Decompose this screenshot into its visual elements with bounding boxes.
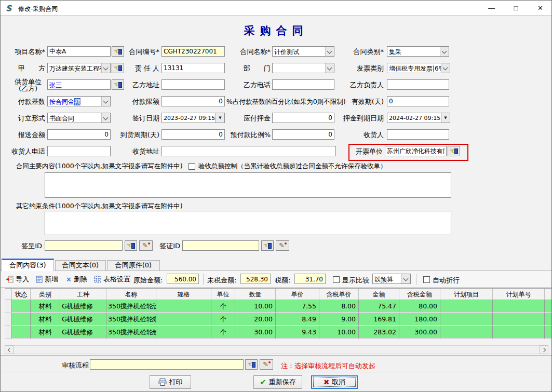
sign-date-picker[interactable]: 2023-02-27 09:15:0▼ (161, 113, 225, 123)
col-header-plan-project[interactable]: 计划项目 (440, 289, 493, 300)
col-header-qty[interactable]: 数量 (235, 289, 276, 300)
receive-address-input[interactable] (161, 146, 336, 156)
visa-id-clear-button[interactable]: ✎ (276, 240, 289, 251)
cell-amount[interactable]: 75.47 (359, 300, 399, 313)
contract-type-select[interactable]: 集采 (387, 46, 449, 57)
department-select[interactable] (272, 63, 334, 73)
party-b-address-input[interactable] (161, 79, 225, 90)
approval-clear-button[interactable]: ✎ (260, 359, 273, 370)
cell-work-type[interactable]: G机械维修 (60, 313, 106, 326)
contract-no-input[interactable] (161, 46, 225, 57)
close-icon[interactable]: ✕ (529, 1, 552, 16)
cell-category[interactable]: 材料 (31, 326, 60, 339)
sign-id-input[interactable] (45, 240, 123, 251)
delivery-days-input[interactable] (161, 129, 225, 140)
col-header-spec[interactable]: 规格 (156, 289, 211, 300)
col-header-unit[interactable]: 单位 (211, 289, 235, 300)
cell-spec[interactable] (156, 313, 211, 326)
cell-name[interactable]: 350搅拌机砼轮铁 (106, 326, 156, 339)
scroll-left-icon[interactable] (5, 345, 14, 354)
delete-row-button[interactable]: ✕ 删除 (65, 274, 88, 285)
cell-plan-project[interactable] (440, 300, 493, 313)
sign-id-lookup-button[interactable]: ☜ (125, 240, 137, 251)
maximize-icon[interactable]: □ (504, 1, 528, 16)
cell-plan-no[interactable] (493, 300, 545, 313)
cancel-button[interactable]: ✖ 取消 (311, 375, 358, 389)
party-a-select[interactable]: 万达建筑安装工程有 (47, 63, 111, 73)
cell-plan-no[interactable] (493, 326, 545, 339)
payment-limit-input[interactable] (161, 96, 225, 106)
cell-taxed-amount[interactable]: 300.00 (399, 326, 440, 339)
auto-wrap-checkbox[interactable] (423, 276, 430, 283)
prepay-percent-input[interactable] (272, 129, 334, 140)
sign-id-clear-button[interactable]: ✎ (139, 240, 153, 251)
cell-status[interactable] (12, 300, 31, 313)
col-header-taxed-amount[interactable]: 含税金额 (399, 289, 440, 300)
acceptance-total-checkbox[interactable] (189, 163, 195, 170)
cell-unit[interactable]: 个 (211, 313, 235, 326)
show-compare-checkbox[interactable] (333, 276, 340, 283)
party-a-lookup-button[interactable]: ☜ (112, 63, 124, 73)
scroll-right-icon[interactable] (540, 345, 548, 354)
table-horizontal-scrollbar[interactable] (5, 345, 548, 354)
cell-category[interactable]: 材料 (31, 300, 60, 313)
print-button[interactable]: 打印 (150, 375, 191, 389)
cell-status[interactable] (12, 326, 31, 339)
cell-work-type[interactable]: G机械维修 (60, 326, 106, 339)
tab-contract-content[interactable]: 合同内容(3) (2, 259, 54, 271)
row-indicator[interactable] (5, 300, 12, 313)
import-button[interactable]: 导入 (5, 274, 30, 285)
invoice-unit-input[interactable] (385, 146, 447, 156)
minimize-icon[interactable]: — (480, 1, 503, 16)
cell-amount[interactable]: 169.81 (359, 313, 399, 326)
cell-plan-project[interactable] (440, 313, 493, 326)
cell-plan-no[interactable] (493, 313, 545, 326)
row-indicator[interactable] (5, 313, 12, 326)
cell-qty[interactable]: 10.00 (235, 300, 276, 313)
project-lookup-button[interactable]: ☜ (112, 46, 124, 57)
invoice-unit-lookup-button[interactable]: ☜ (448, 146, 460, 156)
cell-taxed-price[interactable]: 8.00 (319, 300, 359, 313)
receiver-input[interactable] (387, 129, 449, 140)
visa-id-input[interactable] (182, 240, 259, 251)
grid-settings-button[interactable]: 表格设置 (93, 274, 131, 285)
col-header-plan-no[interactable]: 计划单号 (493, 289, 545, 300)
cell-taxed-amount[interactable]: 80.00 (399, 300, 440, 313)
cell-price[interactable]: 9.43 (276, 326, 319, 339)
cell-price[interactable]: 7.55 (276, 300, 319, 313)
cell-taxed-price[interactable]: 9.00 (319, 313, 359, 326)
party-b-leader-input[interactable] (387, 79, 449, 90)
cell-name[interactable]: 350搅拌机砼轮设 (106, 300, 156, 313)
other-terms-textarea[interactable] (45, 211, 451, 235)
deposit-due-picker[interactable]: 2024-02-27 09:15:▼ (387, 113, 450, 123)
cell-unit[interactable]: 个 (211, 300, 235, 313)
cell-category[interactable]: 材料 (31, 313, 60, 326)
add-row-button[interactable]: 新增 (35, 274, 59, 285)
supplier-link[interactable]: 张三 (49, 82, 62, 89)
cell-work-type[interactable]: G机械维修 (60, 300, 106, 313)
cell-amount[interactable]: 283.02 (359, 326, 399, 339)
col-header-status[interactable]: 状态 (12, 289, 31, 300)
col-header-name[interactable]: 名称 (106, 289, 156, 300)
col-header-price[interactable]: 单价 (276, 289, 319, 300)
calendar-dropdown-icon[interactable]: ▼ (441, 113, 450, 123)
cell-taxed-amount[interactable]: 180.00 (399, 313, 440, 326)
tab-contract-original[interactable]: 合同原件(0) (107, 260, 160, 271)
report-amount-input[interactable] (47, 129, 111, 140)
receiver-phone-input[interactable] (47, 146, 111, 156)
save-button[interactable]: ✔ 重新保存 (253, 375, 302, 389)
responsible-input[interactable] (161, 63, 225, 73)
form-type-select[interactable]: 书面合同 (47, 113, 111, 123)
cell-name[interactable]: 350搅拌机砼轮螺 (106, 313, 156, 326)
col-header-work-type[interactable]: 工种 (60, 289, 106, 300)
deposit-input[interactable] (272, 113, 334, 123)
cell-price[interactable]: 8.49 (276, 313, 319, 326)
main-content-textarea[interactable] (45, 172, 451, 198)
calendar-dropdown-icon[interactable]: ▼ (216, 113, 224, 123)
supplier-lookup-button[interactable]: ☜ (112, 79, 124, 90)
cell-unit[interactable]: 个 (211, 326, 235, 339)
compare-mode-select[interactable]: 以预算 (372, 274, 411, 284)
col-header-amount[interactable]: 金额 (359, 289, 399, 300)
invoice-type-select[interactable]: 增值税专用发票|6% (387, 63, 450, 73)
contract-name-select[interactable]: 计价测试 (272, 46, 334, 57)
